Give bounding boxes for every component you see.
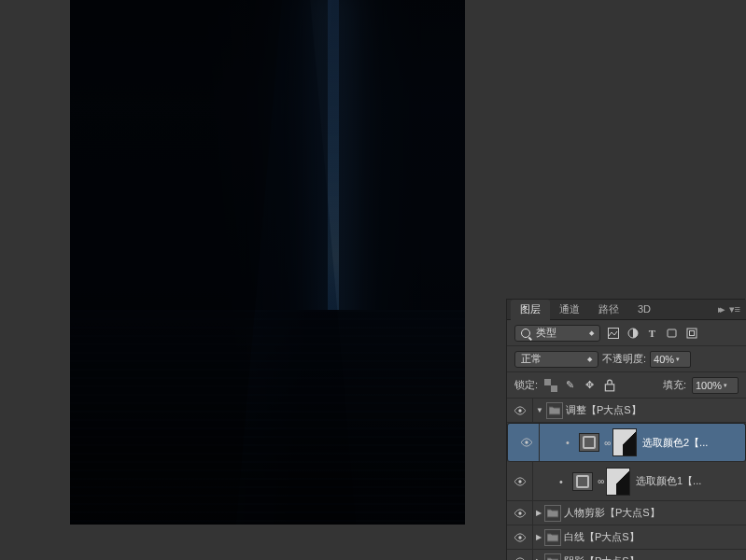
layer-mask-thumbnail[interactable] (606, 468, 630, 496)
visibility-toggle[interactable] (507, 550, 533, 560)
disclosure-triangle-icon[interactable]: ▶ (533, 533, 544, 541)
filter-pixel-icon[interactable] (606, 327, 620, 340)
layer-name[interactable]: 阴影【P大点S】 (564, 554, 640, 560)
tab-channels[interactable]: 通道 (550, 300, 589, 320)
fill-input[interactable]: 100%▾ (692, 377, 739, 394)
link-icon: ∞ (603, 438, 612, 448)
blend-mode-select[interactable]: 正常◆ (514, 351, 598, 368)
adjustment-icon (579, 433, 599, 452)
opacity-label: 不透明度: (602, 352, 646, 366)
disclosure-triangle-icon[interactable]: ▼ (533, 406, 546, 414)
visibility-toggle[interactable] (507, 501, 533, 525)
visibility-toggle[interactable] (507, 399, 533, 422)
disclosure-triangle-icon[interactable]: ▶ (533, 509, 544, 517)
layers-panel: 图层 通道 路径 3D ▸▸ ▾≡ 类型◆ T 正常◆ 不透明度: 40%▾ 锁… (507, 300, 746, 560)
layer-row[interactable]: ▶人物剪影【P大点S】 (507, 501, 746, 525)
svg-point-9 (525, 441, 528, 443)
link-icon: ∞ (597, 476, 606, 486)
canvas-artwork (70, 0, 465, 525)
tab-paths[interactable]: 路径 (589, 300, 628, 320)
filter-shape-icon[interactable] (665, 327, 679, 340)
layers-list: ▼调整【P大点S】•∞ 选取颜色2【...•∞ 选取颜色1【...▶人物剪影【P… (507, 399, 746, 560)
layer-mask-thumbnail[interactable] (612, 428, 637, 456)
svg-point-10 (518, 480, 521, 483)
layer-name[interactable]: 选取颜色2【... (642, 436, 708, 450)
bullet-icon: • (562, 437, 575, 448)
svg-point-12 (518, 536, 521, 539)
svg-rect-5 (544, 379, 551, 385)
panel-menu-icon[interactable]: ▾≡ (729, 303, 740, 315)
visibility-toggle[interactable] (507, 462, 533, 500)
filter-row: 类型◆ T (507, 320, 746, 346)
layer-row[interactable]: ▶白线【P大点S】 (507, 525, 746, 550)
layer-row[interactable]: •∞ 选取颜色2【... (507, 423, 746, 462)
folder-icon (544, 529, 561, 546)
visibility-toggle[interactable] (514, 424, 540, 461)
layer-row[interactable]: ▼调整【P大点S】 (507, 399, 746, 423)
lock-label: 锁定: (514, 378, 538, 392)
filter-smart-icon[interactable] (684, 327, 698, 340)
tab-3d[interactable]: 3D (628, 301, 660, 318)
layer-row[interactable]: ▶阴影【P大点S】 (507, 550, 746, 560)
lock-transparent-icon[interactable] (543, 379, 557, 392)
lock-all-icon[interactable] (602, 379, 616, 392)
panel-tabs: 图层 通道 路径 3D ▸▸ ▾≡ (507, 300, 746, 320)
layer-filter-select[interactable]: 类型◆ (514, 325, 600, 342)
filter-type-icon[interactable]: T (645, 327, 659, 340)
fill-label: 填充: (663, 378, 686, 392)
layer-name[interactable]: 选取颜色1【... (636, 474, 701, 488)
collapse-icon[interactable]: ▸▸ (718, 303, 722, 315)
layer-name[interactable]: 白线【P大点S】 (564, 530, 640, 544)
folder-icon (544, 553, 561, 561)
svg-rect-0 (608, 328, 618, 338)
layer-row[interactable]: •∞ 选取颜色1【... (507, 462, 746, 501)
adjustment-icon (572, 472, 593, 491)
svg-rect-3 (687, 329, 697, 338)
folder-icon (544, 505, 561, 522)
svg-point-8 (518, 409, 521, 412)
bullet-icon: • (556, 476, 569, 487)
opacity-input[interactable]: 40%▾ (650, 351, 691, 368)
svg-rect-7 (605, 384, 613, 390)
search-icon (521, 329, 530, 338)
svg-rect-4 (689, 330, 694, 335)
svg-rect-2 (668, 329, 676, 337)
folder-icon (546, 402, 563, 419)
layer-name[interactable]: 人物剪影【P大点S】 (564, 506, 660, 520)
lock-brush-icon[interactable]: ✎ (563, 379, 577, 392)
filter-adjust-icon[interactable] (626, 327, 640, 340)
svg-point-11 (518, 511, 521, 514)
visibility-toggle[interactable] (507, 525, 533, 549)
layer-name[interactable]: 调整【P大点S】 (566, 403, 641, 417)
tab-layers[interactable]: 图层 (511, 300, 550, 320)
lock-move-icon[interactable]: ✥ (583, 379, 597, 392)
svg-rect-6 (551, 385, 557, 392)
